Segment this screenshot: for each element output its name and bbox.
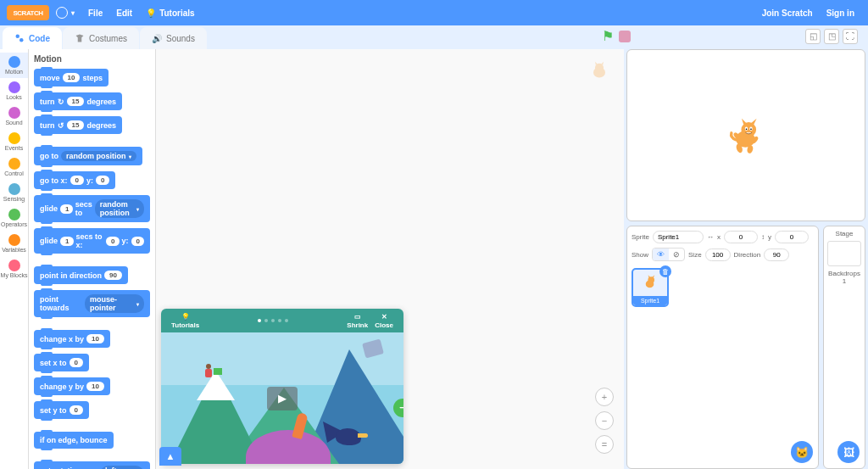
scratch-logo[interactable]: SCRATCH <box>7 5 49 20</box>
fullscreen-button[interactable]: ⛶ <box>843 29 858 44</box>
category-events[interactable]: Events <box>0 129 28 154</box>
sign-in-button[interactable]: Sign in <box>820 8 861 18</box>
tab-costumes[interactable]: Costumes <box>63 27 139 49</box>
block-if-on-edge[interactable]: if on edge, bounce <box>34 432 114 449</box>
edit-menu[interactable]: Edit <box>109 8 139 18</box>
show-label: Show <box>632 251 648 259</box>
zoom-reset-button[interactable]: = <box>595 435 614 454</box>
tab-costumes-label: Costumes <box>89 34 127 43</box>
xy-icon: ↔ <box>707 233 714 241</box>
sprite-size-input[interactable] <box>705 248 731 261</box>
tutorial-video[interactable]: ▶ ➜ <box>161 332 403 464</box>
sprite-tile[interactable]: 🗑 Sprite1 <box>632 268 669 307</box>
scripts-workspace[interactable]: 💡 Tutorials ▭ Shrink ✕ Close <box>156 49 624 469</box>
file-menu[interactable]: File <box>81 8 109 18</box>
block-glide-to[interactable]: glide1secs torandom position <box>34 195 150 222</box>
tutorials-button[interactable]: 💡 Tutorials <box>168 313 203 329</box>
category-label: My Blocks <box>1 272 28 278</box>
scratch-cat-sprite[interactable] <box>723 112 770 159</box>
category-motion[interactable]: Motion <box>0 53 28 78</box>
page-dot[interactable] <box>264 319 268 322</box>
green-flag-button[interactable]: ⚑ <box>602 28 614 44</box>
block-set-y[interactable]: set y to0 <box>34 401 89 419</box>
sprite-direction-input[interactable] <box>764 248 789 261</box>
svg-point-12 <box>745 129 747 131</box>
block-goto-xy[interactable]: go to x:0y:0 <box>34 171 115 189</box>
sprite-name-input[interactable] <box>653 231 704 243</box>
block-move-steps[interactable]: move10steps <box>34 69 108 87</box>
category-sensing[interactable]: Sensing <box>0 180 28 205</box>
tutorials-menu[interactable]: 💡 Tutorials <box>139 8 201 18</box>
join-scratch-button[interactable]: Join Scratch <box>755 8 820 18</box>
sprite-info-row2: Show 👁 ⊘ Size Direction <box>632 248 814 261</box>
tutorial-next-button[interactable]: ➜ <box>393 399 403 417</box>
main-area: Motion Looks Sound Events Control Sensin… <box>0 49 868 469</box>
lightbulb-icon: 💡 <box>146 8 156 18</box>
language-menu[interactable]: ▾ <box>49 7 81 19</box>
add-sprite-button[interactable]: 🐱 <box>791 441 813 463</box>
block-set-x[interactable]: set x to0 <box>34 354 89 371</box>
delete-sprite-button[interactable]: 🗑 <box>659 265 671 277</box>
costumes-icon <box>75 33 85 43</box>
page-dot[interactable] <box>271 319 275 322</box>
x-label: x <box>717 233 721 241</box>
globe-icon <box>56 7 68 19</box>
block-change-x[interactable]: change x by10 <box>34 330 110 348</box>
page-dot[interactable] <box>258 319 261 322</box>
category-variables[interactable]: Variables <box>0 231 28 256</box>
block-change-y[interactable]: change y by10 <box>34 377 110 395</box>
page-dot[interactable] <box>278 319 281 322</box>
stage-large-button[interactable]: ◳ <box>824 29 839 44</box>
block-glide-xy[interactable]: glide1secs to x:0y:0 <box>34 228 150 254</box>
category-my-blocks[interactable]: My Blocks <box>0 256 28 282</box>
category-control[interactable]: Control <box>0 154 28 180</box>
sprite-watermark <box>587 59 611 83</box>
stage-small-button[interactable]: ◱ <box>805 29 821 44</box>
visibility-toggle[interactable]: 👁 ⊘ <box>652 248 685 261</box>
stop-button[interactable] <box>619 31 631 42</box>
close-button[interactable]: ✕ Close <box>371 313 397 329</box>
close-icon: ✕ <box>381 313 387 321</box>
play-icon[interactable]: ▶ <box>267 387 298 410</box>
show-icon[interactable]: 👁 <box>653 248 669 260</box>
stage-canvas[interactable] <box>626 49 865 221</box>
backpack-toggle[interactable]: ▲ <box>159 447 181 466</box>
page-dot[interactable] <box>285 319 288 322</box>
svg-marker-4 <box>595 62 598 64</box>
svg-point-13 <box>750 129 752 131</box>
block-turn-ccw[interactable]: turn↺15degrees <box>34 116 122 134</box>
zoom-out-button[interactable]: − <box>595 411 614 430</box>
turn-ccw-icon: ↺ <box>58 121 64 130</box>
close-label: Close <box>375 321 393 329</box>
category-sound[interactable]: Sound <box>0 103 28 129</box>
zoom-controls: + − = <box>595 388 614 454</box>
sounds-icon: 🔊 <box>152 34 162 43</box>
shrink-button[interactable]: ▭ Shrink <box>343 313 371 329</box>
sprite-x-input[interactable] <box>724 231 758 243</box>
blocks-palette[interactable]: Motion move10steps turn↻15degrees turn↺1… <box>29 49 156 469</box>
block-goto[interactable]: go torandom position <box>34 147 142 165</box>
tab-sounds[interactable]: 🔊 Sounds <box>140 27 207 49</box>
category-looks[interactable]: Looks <box>0 78 28 103</box>
image-icon: 🖼 <box>843 446 854 459</box>
add-backdrop-button[interactable]: 🖼 <box>837 441 860 463</box>
category-label: Looks <box>6 94 22 100</box>
stage-selector-panel[interactable]: Stage Backdrops 1 🖼 <box>823 226 865 469</box>
backdrop-thumbnail[interactable] <box>827 241 861 266</box>
tutorials-label: Tutorials <box>171 321 199 329</box>
tabs-row: Code Costumes 🔊 Sounds ⚑ ◱ ◳ ⛶ <box>0 25 868 49</box>
block-turn-cw[interactable]: turn↻15degrees <box>34 92 122 110</box>
hide-icon[interactable]: ⊘ <box>669 248 684 260</box>
sprite-y-input[interactable] <box>775 231 809 243</box>
menu-bar: SCRATCH ▾ File Edit 💡 Tutorials Join Scr… <box>0 0 868 25</box>
category-label: Operators <box>1 221 27 227</box>
block-point-direction[interactable]: point in direction90 <box>34 266 128 284</box>
zoom-in-button[interactable]: + <box>595 388 614 406</box>
category-operators[interactable]: Operators <box>0 205 28 231</box>
sprite-panel: Sprite ↔ x ↕ y Show 👁 ⊘ Size <box>626 226 819 469</box>
block-set-rotation-style[interactable]: set rotation styleleft-right <box>34 461 150 469</box>
tab-code[interactable]: Code <box>3 27 62 49</box>
block-point-towards[interactable]: point towardsmouse-pointer <box>34 290 150 317</box>
shrink-label: Shrink <box>347 321 368 329</box>
tutorial-header: 💡 Tutorials ▭ Shrink ✕ Close <box>161 309 403 332</box>
